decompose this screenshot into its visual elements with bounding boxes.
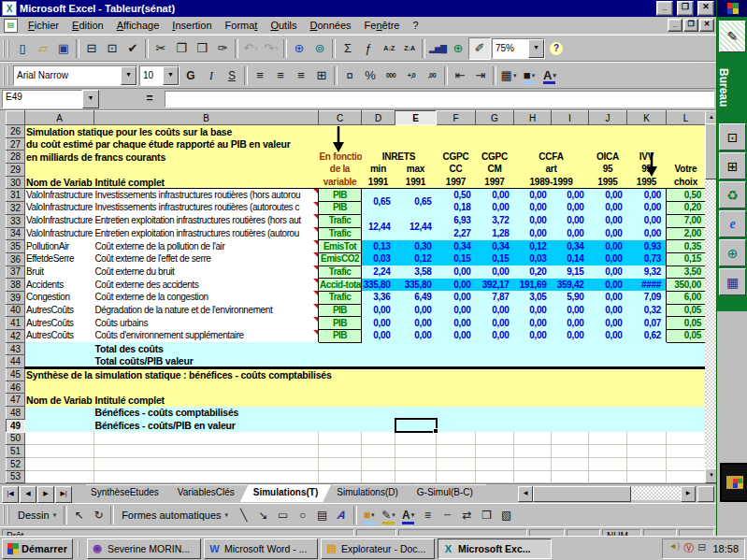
cell[interactable] — [589, 342, 627, 355]
cell[interactable] — [667, 355, 706, 368]
cell[interactable]: 0,50 — [667, 189, 706, 202]
cell[interactable] — [362, 137, 395, 151]
cell[interactable]: Coûts d'environnement supplémentaire — [94, 330, 319, 343]
cell[interactable] — [94, 445, 319, 458]
toolbar-grip[interactable] — [3, 39, 9, 58]
cell[interactable]: PIB — [319, 202, 362, 215]
cell[interactable]: 0,15 — [476, 252, 514, 266]
fill-color-button[interactable]: ■▾ — [519, 65, 539, 86]
cell[interactable]: Intitulé complet — [94, 176, 319, 189]
cell[interactable] — [552, 419, 589, 432]
cell[interactable]: de la — [319, 164, 362, 177]
cell[interactable] — [476, 407, 514, 420]
previous-sheet-button[interactable]: ◀ — [20, 486, 36, 503]
cell[interactable]: 5,90 — [552, 291, 589, 304]
cell[interactable] — [514, 432, 552, 445]
cell[interactable]: max — [395, 164, 437, 177]
cell[interactable] — [627, 470, 667, 483]
tab-synth-seetudes[interactable]: SynthèseEtudes — [78, 484, 172, 501]
cell[interactable] — [514, 470, 552, 483]
cell[interactable]: 12,44 — [395, 214, 437, 239]
cell[interactable]: Coût externe de la congestion — [94, 291, 319, 304]
cell[interactable]: 1997 — [437, 176, 476, 189]
cell[interactable] — [514, 137, 552, 151]
cell[interactable] — [589, 125, 627, 138]
column-header-D[interactable]: D — [362, 111, 395, 125]
cell[interactable]: AutresCoûts — [25, 317, 94, 330]
chevron-down-icon[interactable]: ▾ — [371, 511, 375, 519]
volume-icon[interactable]: ◄) — [668, 541, 680, 555]
cell[interactable] — [395, 125, 437, 138]
cell[interactable]: EffetdeSerre — [25, 252, 94, 266]
row-header-44[interactable]: 44 — [7, 355, 25, 368]
scroll-left-button[interactable]: ◀ — [518, 486, 533, 502]
cell[interactable] — [667, 470, 706, 483]
cell[interactable] — [319, 419, 362, 432]
cell[interactable]: 0,00 — [627, 227, 667, 240]
cell[interactable] — [476, 419, 514, 432]
cell[interactable]: Trafic — [319, 266, 362, 279]
cell[interactable]: 0,00 — [514, 189, 552, 202]
cell[interactable] — [552, 432, 589, 445]
cell[interactable]: PIB — [319, 330, 362, 343]
cell[interactable]: 0,00 — [395, 330, 437, 343]
align-center-button[interactable]: ≡ — [270, 65, 291, 86]
office-assistant-help-button[interactable]: ? — [546, 38, 567, 59]
cell[interactable]: 0,00 — [514, 227, 552, 240]
row-header-33[interactable]: 33 — [7, 214, 25, 227]
cell[interactable] — [667, 419, 706, 432]
cell[interactable] — [25, 419, 94, 432]
cell[interactable] — [476, 457, 514, 470]
row-header-35[interactable]: 35 — [7, 240, 25, 253]
cell[interactable]: min — [362, 164, 395, 177]
cell[interactable] — [319, 470, 362, 483]
cell[interactable]: 0,00 — [552, 214, 589, 227]
cell[interactable]: Bruit — [25, 266, 94, 279]
menu-donn-es[interactable]: Données — [304, 18, 358, 33]
menu-insertion[interactable]: Insertion — [165, 18, 218, 33]
font-name-select[interactable]: Arial Narrow▼ — [13, 65, 137, 86]
cell[interactable] — [395, 457, 437, 470]
menu-outils[interactable]: Outils — [264, 18, 303, 33]
row-header-32[interactable]: 32 — [7, 202, 25, 215]
cell[interactable]: 0,00 — [514, 202, 552, 215]
save-button[interactable]: ▣ — [53, 38, 74, 59]
cell[interactable]: 0,00 — [514, 317, 552, 330]
chevron-down-icon[interactable]: ▾ — [532, 72, 536, 79]
cell[interactable] — [627, 419, 667, 432]
cell[interactable] — [362, 394, 395, 407]
cell[interactable]: 0,00 — [437, 317, 476, 330]
cell[interactable] — [514, 342, 552, 355]
cell[interactable]: Coût externe du bruit — [94, 266, 319, 279]
cell[interactable] — [514, 419, 552, 432]
percent-button[interactable]: % — [360, 65, 381, 86]
cell[interactable] — [476, 137, 514, 151]
cell[interactable]: Trafic — [319, 214, 362, 227]
insert-hyperlink-button[interactable]: ⊕ — [289, 38, 309, 59]
cell[interactable]: 0,00 — [589, 330, 627, 343]
dash-style-button[interactable]: ┄ — [438, 506, 457, 524]
cell[interactable]: 3,36 — [362, 291, 395, 304]
toolbar-grip[interactable] — [3, 506, 9, 524]
cell[interactable]: 0,00 — [514, 304, 552, 317]
cell[interactable]: 0,00 — [514, 214, 552, 227]
menu-format[interactable]: Format — [219, 18, 265, 33]
cell[interactable] — [437, 445, 476, 458]
cell[interactable] — [319, 432, 362, 445]
horizontal-scrollbar[interactable]: ◀ ▶ — [518, 486, 696, 500]
dessin-menu-button[interactable]: Dessin▾ — [12, 506, 62, 524]
cell[interactable]: CC — [437, 164, 476, 177]
line-button[interactable]: ╲ — [234, 506, 253, 524]
chevron-down-icon[interactable]: ▾ — [254, 45, 258, 52]
cell[interactable] — [667, 394, 706, 407]
cell[interactable]: 7,00 — [667, 214, 706, 227]
cell[interactable] — [589, 432, 627, 445]
autoshapes-menu-button[interactable]: Formes automatiques▾ — [116, 506, 234, 524]
cell[interactable] — [627, 457, 667, 470]
cell[interactable] — [627, 445, 667, 458]
cell[interactable]: AutresCoûts — [25, 330, 94, 343]
column-header-H[interactable]: H — [514, 111, 552, 125]
cell[interactable]: OICA — [589, 151, 627, 164]
cell[interactable] — [319, 355, 362, 368]
fill-color-button[interactable]: ■▾ — [359, 506, 379, 524]
